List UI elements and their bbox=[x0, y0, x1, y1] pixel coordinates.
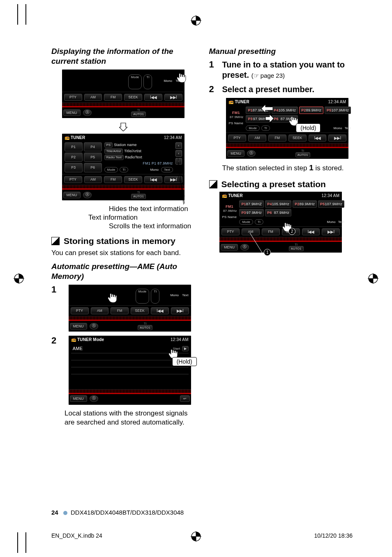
next-icon[interactable]: ▶▶I bbox=[164, 94, 182, 101]
heading-display-current-station: Displaying the information of the curren… bbox=[51, 46, 195, 66]
model-list: DDX418/DDX4048BT/DDX318/DDX3048 bbox=[71, 509, 184, 516]
page-number: 24 bbox=[51, 509, 58, 516]
mode-button[interactable]: Mode bbox=[104, 167, 118, 172]
prev-icon[interactable]: I◀◀ bbox=[144, 94, 162, 101]
seek-button[interactable]: SEEK bbox=[124, 94, 142, 101]
a-circle-icon[interactable]: Ⓐ bbox=[90, 395, 98, 402]
page-reference: (☞ page 23) bbox=[251, 72, 285, 79]
hold-label: (Hold) bbox=[296, 123, 321, 132]
auto1-button[interactable]: AUTO1 bbox=[131, 111, 146, 117]
annotation-hide: Hides the text information bbox=[51, 204, 195, 213]
preset-p3[interactable]: P3 bbox=[65, 163, 83, 172]
svg-line-9 bbox=[250, 233, 265, 257]
arrow-icon bbox=[261, 104, 274, 125]
am-button[interactable]: AM bbox=[84, 94, 102, 101]
heading-select-preset: Selecting a preset station bbox=[221, 179, 326, 189]
text-stored: The station selected in step 1 is stored… bbox=[222, 163, 353, 173]
text-ame-result: Local stations with the strongest signal… bbox=[65, 409, 195, 427]
print-date: 10/12/20 18:36 bbox=[314, 532, 353, 539]
ps-name: PS Name bbox=[228, 121, 243, 125]
mono-label: Mono bbox=[164, 79, 172, 83]
tuner-screen-select: 📻 TUNER 12:34 AM FM1 87.9MHz PS Name bbox=[219, 192, 342, 253]
step-number: 1 bbox=[209, 59, 214, 70]
preset-p1[interactable]: P1 bbox=[65, 142, 83, 151]
radio-text: RadioText bbox=[125, 155, 142, 159]
station-name: Station name bbox=[114, 143, 136, 147]
menu-button[interactable]: MENU bbox=[63, 109, 81, 116]
text-button[interactable]: Text bbox=[161, 167, 173, 172]
print-file: EN_DDX_K.indb 24 bbox=[51, 532, 102, 539]
fm-button[interactable]: FM bbox=[104, 94, 122, 101]
heading-storing-stations: Storing stations in memory bbox=[64, 236, 175, 246]
mode-button[interactable]: Mode bbox=[128, 74, 142, 89]
svg-marker-3 bbox=[119, 123, 127, 131]
clock-label: 12:34 AM bbox=[171, 337, 189, 342]
ti-button[interactable]: TI bbox=[120, 167, 128, 172]
start-button[interactable]: ▶ bbox=[182, 346, 189, 351]
back-button[interactable]: ↩ bbox=[180, 395, 190, 402]
tuner-screen-top: Mode TI Mono Text PTY AM bbox=[62, 70, 184, 118]
tuner-screen-expanded: 📻 TUNER 12:34 AM P1 P4 P2 P5 P3 bbox=[62, 134, 184, 200]
preset-p5[interactable]: P5 bbox=[84, 153, 102, 162]
title-artist: Title/Artist bbox=[124, 149, 141, 153]
step-number: 1 bbox=[51, 284, 56, 295]
screen-title: TUNER Mode bbox=[77, 337, 104, 342]
step2-text: Select a preset number. bbox=[222, 85, 315, 94]
preset-p4[interactable]: P4 bbox=[84, 142, 102, 151]
callout-lines-icon bbox=[178, 143, 185, 204]
svg-marker-7 bbox=[261, 104, 273, 113]
step-number: 2 bbox=[51, 335, 56, 346]
ti-button[interactable]: TI bbox=[143, 74, 152, 89]
text-store-body: You can preset six stations for each ban… bbox=[51, 248, 195, 258]
hold-label: (Hold) bbox=[172, 357, 197, 366]
hand-cursor-icon bbox=[106, 292, 118, 304]
menu-button[interactable]: MENU bbox=[70, 395, 87, 402]
preset-p6[interactable]: P6 bbox=[84, 163, 102, 172]
preset-p2[interactable]: P2 bbox=[65, 153, 83, 162]
hand-cursor-icon bbox=[175, 72, 187, 84]
arrow-down-icon bbox=[119, 122, 127, 131]
band-frequency: FM1 P1 87.9MHz bbox=[104, 161, 173, 165]
heading-manual-preset: Manual presetting bbox=[209, 46, 353, 56]
annotation-text: Text information bbox=[51, 213, 195, 222]
registration-mark-icon bbox=[14, 273, 24, 284]
registration-mark-icon bbox=[368, 273, 378, 284]
ame-item[interactable]: AME bbox=[71, 346, 173, 351]
clock-label: 12:34 AM bbox=[164, 135, 182, 140]
annotation-scroll: Scrolls the text information bbox=[51, 222, 195, 230]
callout-line-icon bbox=[245, 233, 270, 262]
bullet-icon bbox=[63, 511, 67, 515]
screen-title: TUNER bbox=[71, 135, 85, 140]
step-number: 2 bbox=[209, 84, 214, 95]
tuner-mode-screen: 📻 TUNER Mode 12:34 AM AME Start ▶ bbox=[69, 336, 191, 405]
pty-button[interactable]: PTY bbox=[64, 94, 82, 101]
tuner-screen-ame1: Mode TI Mono Text bbox=[69, 285, 191, 332]
svg-line-6 bbox=[178, 163, 184, 204]
svg-marker-8 bbox=[265, 114, 274, 123]
a-circle-icon[interactable]: Ⓐ bbox=[83, 109, 92, 116]
callout-circle-1: 1 bbox=[264, 249, 271, 256]
section-marker-icon bbox=[209, 180, 217, 188]
registration-mark-icon bbox=[191, 15, 201, 26]
section-marker-icon bbox=[51, 237, 60, 245]
tuner-screen-manual: 📻 TUNER 12:34 AM FM1 87.9MHz PS Name bbox=[226, 98, 348, 159]
heading-ame: Automatic presetting—AME (Auto Memory) bbox=[51, 262, 195, 281]
